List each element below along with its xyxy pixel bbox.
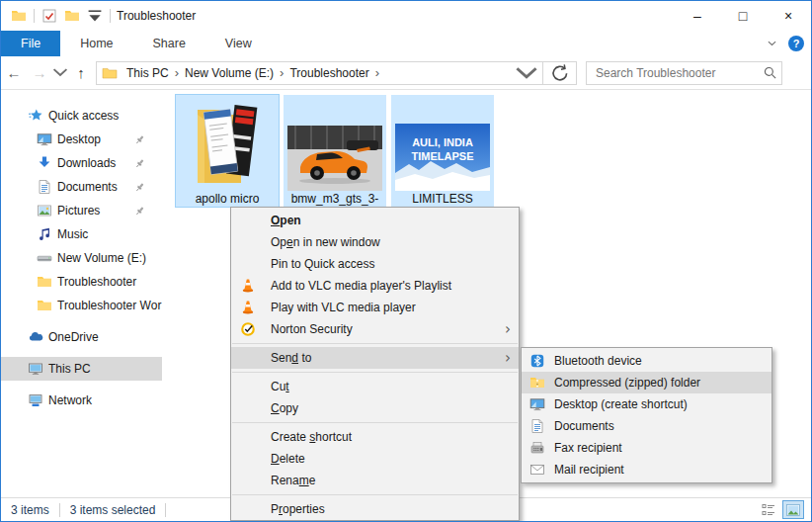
close-button[interactable]: × xyxy=(766,1,811,31)
menu-item-label: Send to xyxy=(231,351,311,365)
sidebar-item-pictures[interactable]: Pictures xyxy=(1,199,162,222)
sidebar-item-troubleshooter[interactable]: Troubleshooter xyxy=(1,270,162,294)
menu-item-label: Cut xyxy=(231,380,289,393)
qat-separator xyxy=(34,9,35,23)
menu-item-compressed-zipped-folder[interactable]: Compressed (zipped) folder xyxy=(522,372,771,393)
ribbon-tab-row: FileHomeShareView ? xyxy=(1,31,811,56)
menu-item-open-in-new-window[interactable]: Open in new window xyxy=(231,231,519,253)
breadcrumb-this-pc[interactable]: This PC xyxy=(122,66,174,80)
bluetooth-icon xyxy=(529,353,545,369)
menu-item-label: Add to VLC media player's Playlist xyxy=(231,279,451,293)
menu-item-cut[interactable]: Cut xyxy=(231,376,519,397)
documents-icon xyxy=(529,418,545,434)
menu-separator xyxy=(232,422,518,423)
sidebar-item-label: Network xyxy=(48,393,92,407)
breadcrumb-new-volume-e[interactable]: New Volume (E:) xyxy=(180,66,279,80)
menu-item-bluetooth-device[interactable]: Bluetooth device xyxy=(522,350,771,372)
items-count: 3 items xyxy=(1,503,59,517)
qat-customize-icon[interactable] xyxy=(87,8,103,24)
menu-item-mail-recipient[interactable]: Mail recipient xyxy=(522,459,771,480)
search-box[interactable] xyxy=(586,61,782,85)
help-button[interactable]: ? xyxy=(788,36,804,51)
documents-icon xyxy=(37,179,52,195)
file-limitless[interactable]: AULI, INDIA TIMELAPSE LIMITLESS xyxy=(391,95,494,207)
details-view-button[interactable] xyxy=(758,500,779,519)
fax-icon xyxy=(529,440,545,456)
search-icon[interactable] xyxy=(763,65,777,80)
menu-item-properties[interactable]: Properties xyxy=(231,498,519,520)
sidebar-item-this-pc[interactable]: This PC xyxy=(1,357,162,381)
tab-view[interactable]: View xyxy=(205,31,272,56)
sidebar-item-label: Troubleshooter xyxy=(57,275,136,289)
menu-item-documents[interactable]: Documents xyxy=(522,415,771,437)
sidebar-item-label: Quick access xyxy=(48,109,119,123)
menu-item-rename[interactable]: Rename xyxy=(231,470,519,491)
file-explorer-window: Troubleshooter – □ × FileHomeShareView ?… xyxy=(0,0,812,522)
menu-item-delete[interactable]: Delete xyxy=(231,448,519,470)
selected-count: 3 items selected xyxy=(60,503,166,517)
menu-item-pin-to-quick-access[interactable]: Pin to Quick access xyxy=(231,253,519,275)
vlc-icon xyxy=(240,300,256,315)
window-title: Troubleshooter xyxy=(117,9,196,23)
menu-item-label: Open in new window xyxy=(231,235,380,249)
search-input[interactable] xyxy=(594,65,763,81)
sidebar-item-troubleshooter-wor[interactable]: Troubleshooter Wor xyxy=(1,294,162,317)
address-bar[interactable]: This PC ›New Volume (E:) ›Troubleshooter… xyxy=(96,61,577,85)
tab-home[interactable]: Home xyxy=(60,31,132,56)
sidebar-item-quick-access[interactable]: Quick access xyxy=(1,104,162,128)
sidebar-item-downloads[interactable]: Downloads xyxy=(1,151,162,175)
menu-item-label: Rename xyxy=(231,474,315,487)
file-apollo-micro[interactable]: apollo micro xyxy=(176,95,279,207)
sidebar-item-desktop[interactable]: Desktop xyxy=(1,128,162,151)
sidebar-item-new-volume-e[interactable]: New Volume (E:) xyxy=(1,246,162,270)
menu-item-copy[interactable]: Copy xyxy=(231,397,519,419)
menu-item-create-shortcut[interactable]: Create shortcut xyxy=(231,426,519,448)
sidebar-item-network[interactable]: Network xyxy=(1,389,162,412)
menu-item-label: Desktop (create shortcut) xyxy=(522,397,688,411)
menu-item-label: Copy xyxy=(231,401,298,415)
sidebar-item-music[interactable]: Music xyxy=(1,222,162,246)
menu-item-norton-security[interactable]: Norton Security › xyxy=(231,318,519,340)
menu-item-label: Open xyxy=(231,214,301,227)
breadcrumb-troubleshooter[interactable]: Troubleshooter xyxy=(284,66,373,80)
sidebar-item-documents[interactable]: Documents xyxy=(1,175,162,199)
properties-check-icon[interactable] xyxy=(41,8,57,24)
zip-folder-icon xyxy=(529,375,545,391)
tab-share[interactable]: Share xyxy=(133,31,205,56)
expand-ribbon-icon[interactable] xyxy=(768,41,776,46)
tab-file[interactable]: File xyxy=(1,31,60,56)
address-dropdown-icon[interactable] xyxy=(515,62,538,84)
folder-icon xyxy=(37,274,52,290)
menu-item-open[interactable]: Open xyxy=(231,210,519,231)
menu-item-label: Create shortcut xyxy=(231,430,352,444)
refresh-icon[interactable] xyxy=(548,62,572,84)
new-folder-icon[interactable] xyxy=(64,8,80,24)
explorer-folder-icon[interactable] xyxy=(11,8,27,24)
file-name-label: LIMITLESS xyxy=(391,192,494,207)
up-button[interactable]: ↑ xyxy=(68,61,94,85)
sidebar-item-onedrive[interactable]: OneDrive xyxy=(1,325,162,349)
menu-item-fax-recipient[interactable]: Fax recipient xyxy=(522,437,771,459)
recent-locations-icon[interactable] xyxy=(52,67,68,78)
sidebar-item-label: New Volume (E:) xyxy=(57,251,146,265)
submenu-arrow-icon: › xyxy=(505,322,511,337)
menu-separator xyxy=(232,372,518,373)
file-name-label: apollo micro xyxy=(176,192,279,207)
menu-item-add-to-vlc-media-player-s-playlist[interactable]: Add to VLC media player's Playlist xyxy=(231,275,519,297)
sidebar-item-label: Pictures xyxy=(57,204,100,218)
onedrive-icon xyxy=(28,329,43,345)
maximize-button[interactable]: □ xyxy=(720,1,766,31)
vlc-icon xyxy=(240,278,256,294)
network-icon xyxy=(28,392,43,408)
menu-item-desktop-create-shortcut[interactable]: Desktop (create shortcut) xyxy=(522,393,771,415)
forward-button[interactable]: → xyxy=(27,61,52,85)
back-button[interactable]: ← xyxy=(1,61,27,85)
menu-item-play-with-vlc-media-player[interactable]: Play with VLC media player xyxy=(231,297,519,318)
thumbnails-view-button[interactable] xyxy=(782,500,804,519)
file-bmw-m3-gts-3[interactable]: bmw_m3_gts_3- xyxy=(284,95,386,207)
sidebar-item-label: Music xyxy=(57,227,88,241)
menu-item-send-to[interactable]: Send to › xyxy=(231,347,519,369)
menu-item-label: Play with VLC media player xyxy=(231,301,416,314)
minimize-button[interactable]: – xyxy=(675,1,720,31)
qat-separator xyxy=(110,9,111,23)
